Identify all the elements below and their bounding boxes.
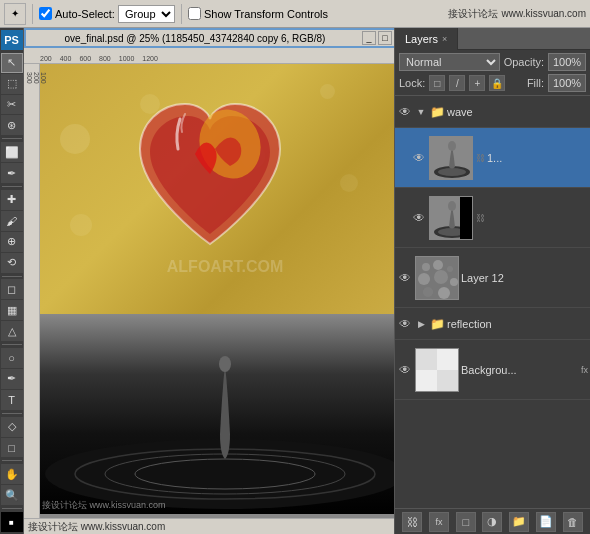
status-bar: 接设计论坛 www.kissvuan.com: [24, 518, 394, 534]
eraser-tool[interactable]: ◻: [1, 279, 23, 299]
dodge-tool[interactable]: ○: [1, 348, 23, 368]
add-mask-btn[interactable]: □: [456, 512, 476, 532]
site-text: 接设计论坛: [448, 7, 498, 21]
marquee-tool[interactable]: ⬚: [1, 74, 23, 94]
layer-thumb-bg: [415, 348, 459, 392]
status-text: 接设计论坛 www.kissvuan.com: [28, 520, 165, 534]
ruler-tick-600: 600: [79, 55, 99, 62]
lock-position-btn[interactable]: /: [449, 75, 465, 91]
type-tool[interactable]: T: [1, 390, 23, 410]
layer-eye-bg[interactable]: 👁: [397, 362, 413, 378]
layers-list[interactable]: 👁 ▼ 📁 wave 👁: [395, 96, 590, 508]
layers-bottom: ⛓ fx □ ◑ 📁 📄 🗑: [395, 508, 590, 534]
new-group-btn[interactable]: 📁: [509, 512, 529, 532]
layer-background-row[interactable]: 👁 Backgrou... fx: [395, 340, 590, 400]
link-layers-btn[interactable]: ⛓: [402, 512, 422, 532]
history-tool[interactable]: ⟲: [1, 253, 23, 273]
lock-pixel-btn[interactable]: □: [429, 75, 445, 91]
ruler-top: 200 400 600 800 1000 1200: [24, 48, 394, 64]
clone-tool[interactable]: ⊕: [1, 232, 23, 252]
opacity-value[interactable]: 100%: [548, 53, 586, 71]
new-adjustment-btn[interactable]: ◑: [482, 512, 502, 532]
blend-mode-dropdown[interactable]: Normal: [399, 53, 500, 71]
move-tool[interactable]: ↖: [1, 53, 23, 73]
layer-reflection-group[interactable]: 👁 ▶ 📁 reflection: [395, 308, 590, 340]
crop-tool[interactable]: ⬜: [1, 142, 23, 162]
layer-expand-wave[interactable]: ▼: [415, 106, 427, 118]
eyedropper-tool[interactable]: ✒: [1, 163, 23, 183]
move-tool-btn[interactable]: ✦: [4, 3, 26, 25]
layer-2-row[interactable]: 👁 ⛓: [395, 188, 590, 248]
layers-tab-label: Layers: [405, 33, 438, 45]
layer-name-reflection: reflection: [447, 318, 588, 330]
layer-thumb-12: [415, 256, 459, 300]
layers-panel: Layers × Normal Opacity: 100% Lock: □ / …: [394, 28, 590, 534]
path-tool[interactable]: ◇: [1, 417, 23, 437]
healing-tool[interactable]: ✚: [1, 190, 23, 210]
hand-tool[interactable]: ✋: [1, 464, 23, 484]
left-toolbar: PS ↖ ⬚ ✂ ⊛ ⬜ ✒ ✚ 🖌 ⊕ ⟲ ◻ ▦ △ ○ ✒ T ◇ □ ✋…: [0, 28, 24, 534]
ruler-tick-200: 200: [40, 55, 60, 62]
layer-chain-2: ⛓: [475, 213, 485, 223]
auto-select-checkbox[interactable]: [39, 7, 52, 20]
auto-select-dropdown[interactable]: Group Layer: [118, 5, 175, 23]
delete-layer-btn[interactable]: 🗑: [563, 512, 583, 532]
pen-tool[interactable]: ✒: [1, 369, 23, 389]
layer-eye-1[interactable]: 👁: [411, 150, 427, 166]
lasso-tool[interactable]: ✂: [1, 95, 23, 115]
heart-container: [120, 94, 300, 264]
lock-all-btn[interactable]: 🔒: [489, 75, 505, 91]
svg-point-22: [438, 287, 450, 299]
ruler-marks-top: 200 400 600 800 1000 1200: [24, 55, 166, 62]
ruler-tick-1000: 1000: [119, 55, 143, 62]
canvas-content[interactable]: ALFOART.COM 接设计论坛 www.kissvuan.com: [40, 64, 394, 518]
bokeh-6: [70, 214, 92, 236]
quick-select-tool[interactable]: ⊛: [1, 115, 23, 135]
layer-1-row[interactable]: 👁 ⛓ 1...: [395, 128, 590, 188]
layer-folder-reflection: 📁: [429, 316, 445, 332]
layers-controls: Normal Opacity: 100% Lock: □ / + 🔒 Fill:…: [395, 50, 590, 96]
canvas-window: ove_final.psd @ 25% (1185450_43742840 co…: [24, 28, 394, 518]
svg-point-20: [450, 278, 458, 286]
lock-transparency-btn[interactable]: +: [469, 75, 485, 91]
brush-tool[interactable]: 🖌: [1, 211, 23, 231]
layer-name-12: Layer 12: [461, 272, 588, 284]
canvas-image: ALFOART.COM 接设计论坛 www.kissvuan.com: [40, 64, 394, 514]
toolbar-right: 接设计论坛 www.kissvuan.com: [448, 7, 586, 21]
add-fx-btn[interactable]: fx: [429, 512, 449, 532]
gradient-tool[interactable]: ▦: [1, 300, 23, 320]
bokeh-5: [340, 174, 358, 192]
layer-expand-reflection[interactable]: ▶: [415, 318, 427, 330]
layer-12-row[interactable]: 👁: [395, 248, 590, 308]
svg-point-8: [438, 168, 466, 176]
layer-eye-reflection[interactable]: 👁: [397, 316, 413, 332]
separator-1: [32, 4, 33, 24]
blur-tool[interactable]: △: [1, 321, 23, 341]
svg-rect-24: [416, 349, 437, 370]
minimize-btn[interactable]: _: [362, 31, 376, 45]
svg-point-13: [448, 201, 456, 211]
layer-eye-2[interactable]: 👁: [411, 210, 427, 226]
layer-eye-12[interactable]: 👁: [397, 270, 413, 286]
zoom-tool[interactable]: 🔍: [1, 485, 23, 505]
layers-tab-bar: Layers ×: [395, 28, 590, 50]
svg-point-18: [418, 273, 430, 285]
fill-value[interactable]: 100%: [548, 74, 586, 92]
ruler-left: 100 200 300: [24, 64, 40, 518]
svg-point-9: [448, 141, 456, 151]
layers-tab[interactable]: Layers ×: [395, 28, 458, 50]
show-transform-checkbox[interactable]: [188, 7, 201, 20]
layer-wave-group[interactable]: 👁 ▼ 📁 wave: [395, 96, 590, 128]
layer-fx-icon: fx: [581, 365, 588, 375]
layer-name-bg: Backgrou...: [461, 364, 579, 376]
new-layer-btn[interactable]: 📄: [536, 512, 556, 532]
layers-tab-close[interactable]: ×: [442, 34, 447, 44]
layer-eye-wave[interactable]: 👁: [397, 104, 413, 120]
layer-chain-1: ⛓: [475, 153, 485, 163]
foreground-color[interactable]: ■: [1, 512, 23, 532]
canvas-area: ove_final.psd @ 25% (1185450_43742840 co…: [24, 28, 394, 534]
top-toolbar: ✦ Auto-Select: Group Layer Show Transfor…: [0, 0, 590, 28]
maximize-btn[interactable]: □: [378, 31, 392, 45]
blend-mode-row: Normal Opacity: 100%: [399, 53, 586, 71]
shape-tool[interactable]: □: [1, 438, 23, 458]
